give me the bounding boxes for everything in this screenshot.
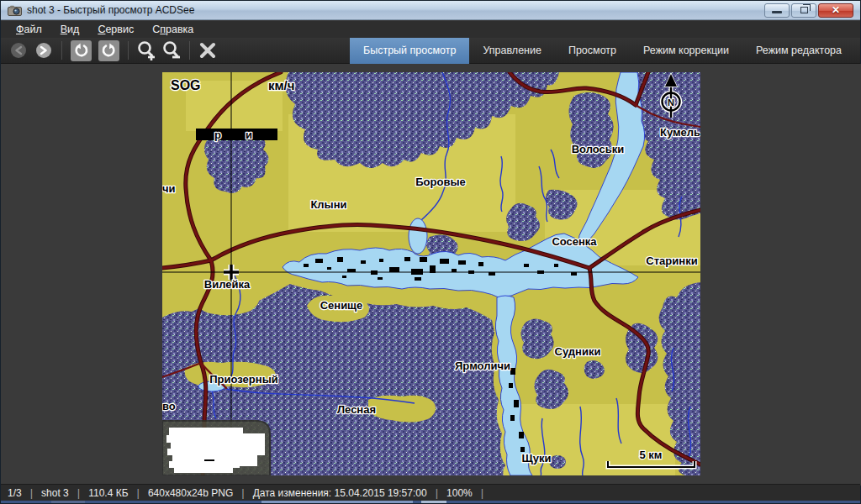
map-label-redacted-fragment-2: и xyxy=(246,129,252,141)
status-frame-index: 1/3 xyxy=(8,487,22,499)
status-modified-date: Дата изменения: 15.04.2015 19:57:00 xyxy=(253,487,427,499)
map-label-priozerny: Приозерный xyxy=(209,373,277,386)
titlebar[interactable]: shot 3 - Быстрый просмотр ACDSee ✕ xyxy=(1,1,860,20)
minimize-button[interactable] xyxy=(764,3,790,18)
map-label-edge-chi: чи xyxy=(162,182,176,195)
status-file-name: shot 3 xyxy=(41,487,69,499)
delete-icon xyxy=(198,41,217,60)
map-label-shchuki: Щуки xyxy=(522,452,552,465)
redaction-bar xyxy=(196,129,277,140)
status-file-size: 110.4 КБ xyxy=(88,487,128,499)
statusbar: 1/3 | shot 3 | 110.4 КБ | 640x480x24b PN… xyxy=(1,484,860,501)
redaction-blob xyxy=(166,428,265,473)
taskbar-edge xyxy=(1,501,860,503)
forward-icon xyxy=(34,41,53,60)
forward-button[interactable] xyxy=(32,39,55,61)
map-image[interactable]: SOGкм/чКумельВолоськиБоровыеКлыниСосенка… xyxy=(162,72,700,475)
toolbar: Быстрый просмотр Управление Просмотр Реж… xyxy=(1,38,860,64)
map-label-scale: 5 км xyxy=(640,449,663,461)
image-viewport: SOGкм/чКумельВолоськиБоровыеКлыниСосенка… xyxy=(1,64,861,486)
toolbar-separator xyxy=(128,41,129,60)
tab-manage[interactable]: Управление xyxy=(469,38,555,64)
menubar: Файл Вид Сервис Справка xyxy=(1,21,860,38)
menu-help[interactable]: Справка xyxy=(144,22,202,37)
mode-tabs: Быстрый просмотр Управление Просмотр Реж… xyxy=(350,38,855,64)
rotate-right-icon xyxy=(100,42,118,60)
rotate-left-button[interactable] xyxy=(71,40,92,61)
restore-button[interactable] xyxy=(791,3,816,18)
restore-icon xyxy=(800,7,808,13)
map-label-lesnaya: Лесная xyxy=(337,403,376,416)
zoom-in-icon xyxy=(135,40,157,60)
menu-view[interactable]: Вид xyxy=(52,22,88,37)
minimize-icon xyxy=(772,11,782,13)
rotate-right-button[interactable] xyxy=(98,40,119,61)
map-label-redacted-fragment-1: р xyxy=(214,129,221,141)
map-label-klyny: Клыни xyxy=(310,198,346,211)
tab-quick-view[interactable]: Быстрый просмотр xyxy=(350,38,469,64)
tab-correction-mode[interactable]: Режим коррекции xyxy=(630,38,742,64)
redacted-info-panel xyxy=(162,421,270,475)
menu-file[interactable]: Файл xyxy=(8,22,50,37)
tab-view[interactable]: Просмотр xyxy=(555,38,630,64)
delete-button[interactable] xyxy=(196,39,219,61)
toolbar-separator xyxy=(189,41,190,60)
map-label-yarmolichi: Ярмоличи xyxy=(455,360,510,372)
toolbar-separator xyxy=(61,41,62,60)
acdsee-window: shot 3 - Быстрый просмотр ACDSee ✕ Файл … xyxy=(0,0,861,504)
menu-tools[interactable]: Сервис xyxy=(89,22,142,37)
map-label-sudniki: Судники xyxy=(555,345,601,358)
map-label-borovye: Боровые xyxy=(415,176,466,188)
tab-editor-mode[interactable]: Режим редактора xyxy=(742,38,855,64)
back-icon xyxy=(9,41,28,60)
camera-app-icon xyxy=(8,5,22,16)
close-icon: ✕ xyxy=(832,5,840,15)
map-label-kumel: Кумель xyxy=(660,126,700,139)
map-label-edge-vo: во xyxy=(162,400,176,412)
map-label-senishche: Сенище xyxy=(320,299,363,312)
rotate-left-icon xyxy=(72,42,90,60)
zoom-out-icon xyxy=(161,40,182,60)
status-image-dimensions: 640x480x24b PNG xyxy=(148,487,233,499)
map-label-volosky: Волоськи xyxy=(572,143,625,155)
map-label-speed-unit: км/ч xyxy=(268,78,294,92)
map-label-sog: SOG xyxy=(171,78,201,92)
zoom-out-button[interactable] xyxy=(160,39,183,61)
map-label-vileyka: Вилейка xyxy=(204,278,251,291)
svg-text:N: N xyxy=(668,97,674,108)
close-button[interactable]: ✕ xyxy=(818,3,853,18)
map-label-starinki: Старинки xyxy=(646,255,697,267)
back-button[interactable] xyxy=(7,39,30,61)
map-label-sosenka: Сосенка xyxy=(552,235,597,248)
status-zoom-level: 100% xyxy=(446,487,473,499)
zoom-in-button[interactable] xyxy=(135,39,158,61)
window-title: shot 3 - Быстрый просмотр ACDSee xyxy=(27,4,194,16)
